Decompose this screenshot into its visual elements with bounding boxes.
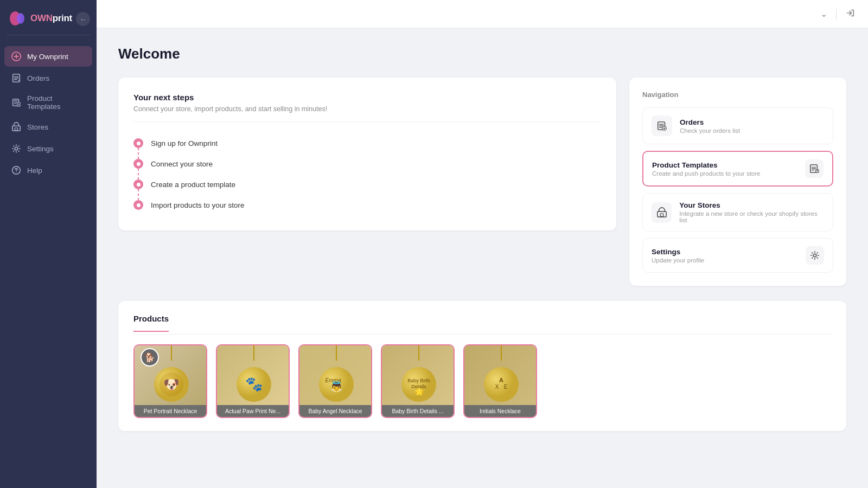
products-grid: 🐶 🐕 Pet Portrait Necklace [133,344,831,418]
logo: OWNprint ← [0,0,97,35]
nav-link-stores-desc: Integrate a new store or check your shop… [679,210,824,223]
navigation-card: Navigation Orders [629,78,846,286]
nav-link-stores[interactable]: Your Stores Integrate a new store or che… [642,193,833,232]
chevron-down-icon[interactable]: ⌄ [820,9,827,19]
products-header: Products [133,314,831,334]
svg-text:Baby Birth: Baby Birth [407,378,430,383]
product-img-initials: A X E [464,345,536,405]
sidebar-item-settings[interactable]: Settings [4,138,92,159]
step-dot-container-1 [133,138,143,148]
svg-text:X: X [495,384,499,390]
svg-text:E: E [504,384,508,390]
sidebar-item-label-my-ownprint: My Ownprint [27,53,68,61]
circle-plus-icon [11,51,22,62]
svg-rect-7 [15,128,17,131]
product-label-initials: Initials Necklace [464,405,536,417]
product-card-baby-angel[interactable]: Emma 👼 Baby Angel Necklace [298,344,372,418]
product-templates-nav-icon [805,159,824,178]
step-item-1: Sign up for Ownprint [133,133,601,153]
sidebar-item-label-orders: Orders [27,74,49,82]
step-label-4: Import products to your store [151,201,245,209]
product-img-baby-angel: Emma 👼 [299,345,371,405]
step-dot-2 [133,159,143,169]
logo-icon [9,10,26,27]
nav-link-orders-name: Orders [680,118,740,126]
product-label-baby-birth: Baby Birth Details ... [382,405,454,417]
navigation-card-title: Navigation [642,91,833,99]
svg-point-17 [813,254,816,256]
nav-link-orders-texts: Orders Check your orders list [680,118,740,134]
svg-text:🐾: 🐾 [245,375,263,393]
nav-link-stores-name: Your Stores [679,201,824,209]
top-bar-divider [836,9,837,20]
receipt-icon [11,73,22,84]
sidebar-item-label-stores: Stores [27,123,48,131]
step-dot-container-4 [133,200,143,210]
sidebar-item-stores[interactable]: Stores [4,117,92,137]
nav-link-orders[interactable]: Orders Check your orders list [642,107,833,144]
svg-text:👼: 👼 [330,381,343,393]
sidebar: OWNprint ← My Ownprint Or [0,0,97,488]
svg-point-8 [15,147,17,150]
layers-icon [11,97,22,108]
step-dot-container-2 [133,159,143,169]
gear-icon [11,143,22,154]
cards-row: Your next steps Connect your store, impo… [118,78,846,286]
nav-link-settings[interactable]: Settings Update your profile [642,238,833,273]
svg-text:🐶: 🐶 [163,376,180,392]
logo-text: OWNprint [30,13,72,24]
sidebar-item-orders[interactable]: Orders [4,68,92,88]
nav-link-product-templates-name: Product Templates [652,161,760,169]
nav-link-stores-left: Your Stores Integrate a new store or che… [652,201,824,223]
product-card-baby-birth[interactable]: Baby Birth Details 🌟 Baby Birth Details … [381,344,455,418]
step-dot-4 [133,200,143,210]
product-card-initials[interactable]: A X E Initials Necklace [463,344,537,418]
product-card-pet-portrait[interactable]: 🐶 🐕 Pet Portrait Necklace [133,344,207,418]
nav-link-stores-texts: Your Stores Integrate a new store or che… [679,201,824,223]
paw-print-necklace-svg: 🐾 [217,345,289,405]
pet-portrait-necklace-svg: 🐶 🐕 [135,345,206,405]
svg-point-10 [16,172,16,172]
product-img-pet-portrait: 🐶 🐕 [135,345,206,405]
store-icon [11,121,22,132]
sidebar-item-label-help: Help [27,166,42,175]
step-dot-container-3 [133,179,143,189]
product-img-paw-print: 🐾 [217,345,289,405]
nav-link-settings-desc: Update your profile [652,257,704,264]
next-steps-title: Your next steps [133,93,601,102]
sidebar-item-my-ownprint[interactable]: My Ownprint [4,46,92,67]
step-item-4: Import products to your store [133,195,601,215]
sidebar-divider [7,35,90,35]
next-steps-card: Your next steps Connect your store, impo… [118,78,616,230]
nav-link-product-templates[interactable]: Product Templates Create and push produc… [642,151,833,187]
nav-link-orders-left: Orders Check your orders list [652,115,740,136]
svg-point-1 [17,13,24,24]
step-label-3: Create a product template [151,181,235,189]
page-title: Welcome [118,46,846,62]
nav-link-product-templates-texts: Product Templates Create and push produc… [652,161,760,177]
settings-nav-icon [806,246,824,265]
product-label-baby-angel: Baby Angel Necklace [299,405,371,417]
nav-link-settings-texts: Settings Update your profile [652,248,704,264]
page-content: Welcome Your next steps Connect your sto… [97,28,868,488]
logout-icon[interactable] [845,8,855,20]
main-content: ⌄ Welcome Your next steps Connect your s… [97,0,868,488]
svg-rect-16 [660,213,663,216]
product-card-paw-print[interactable]: 🐾 Actual Paw Print Ne... [216,344,290,418]
question-circle-icon [11,165,22,176]
step-label-1: Sign up for Ownprint [151,139,218,147]
svg-text:🌟: 🌟 [414,387,424,396]
products-section: Products [118,301,846,431]
collapse-button[interactable]: ← [76,12,90,26]
baby-angel-necklace-svg: Emma 👼 [299,345,371,405]
svg-rect-5 [17,102,20,106]
nav-link-orders-desc: Check your orders list [680,127,740,134]
sidebar-item-help[interactable]: Help [4,160,92,181]
product-label-paw-print: Actual Paw Print Ne... [217,405,289,417]
products-divider [133,334,831,335]
steps-list: Sign up for Ownprint Connect your store [133,133,601,215]
sidebar-nav: My Ownprint Orders [0,40,97,187]
sidebar-item-label-settings: Settings [27,145,54,153]
sidebar-item-product-templates[interactable]: Product Templates [4,89,92,115]
step-dot-3 [133,179,143,189]
